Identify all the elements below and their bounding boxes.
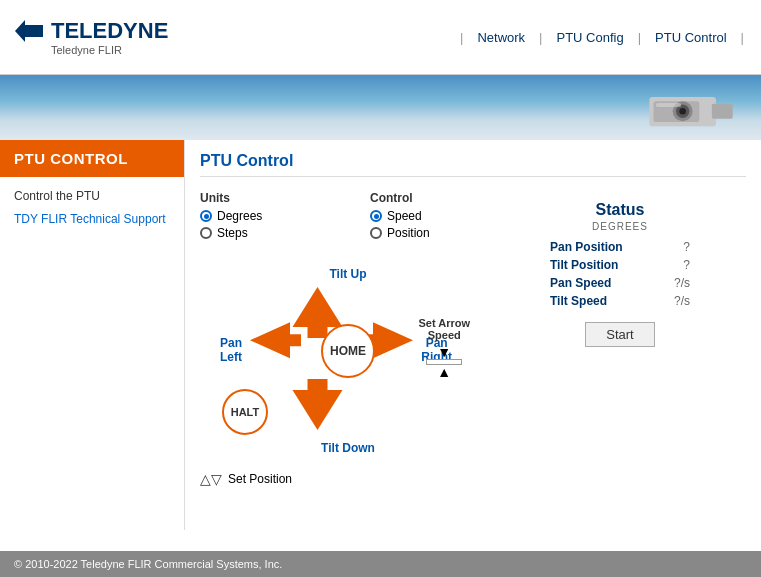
position-radio[interactable]	[370, 227, 382, 239]
units-control-row: Units Degrees Steps Control	[200, 191, 540, 243]
logo: TELEDYNE	[15, 18, 168, 44]
nav: | Network | PTU Config | PTU Control |	[458, 30, 746, 45]
units-section: Units Degrees Steps	[200, 191, 290, 243]
pan-speed-key: Pan Speed	[550, 276, 611, 290]
home-button[interactable]: HOME	[321, 324, 375, 378]
content-wrapper: PTU CONTROL Control the PTU TDY FLIR Tec…	[0, 140, 761, 530]
speed-up-arrow[interactable]: ▼	[437, 345, 451, 359]
degrees-radio[interactable]	[200, 210, 212, 222]
nav-ptu-config[interactable]: PTU Config	[544, 30, 635, 45]
set-position-bar: △▽ Set Position	[200, 471, 292, 487]
pan-position-val: ?	[683, 240, 690, 254]
left-panel: Units Degrees Steps Control	[200, 191, 540, 487]
speed-radio-row: Speed	[370, 209, 460, 223]
svg-marker-11	[293, 379, 343, 430]
tilt-speed-val: ?/s	[674, 294, 690, 308]
svg-point-5	[679, 108, 686, 115]
tilt-down-label: Tilt Down	[321, 441, 375, 455]
speed-label: Speed	[387, 209, 422, 223]
steps-label: Steps	[217, 226, 248, 240]
status-title: Status	[550, 201, 690, 219]
nav-sep-4: |	[741, 30, 744, 45]
sidebar-link-control[interactable]: Control the PTU	[14, 189, 170, 203]
degrees-radio-row: Degrees	[200, 209, 290, 223]
svg-marker-0	[15, 20, 43, 42]
sidebar: PTU CONTROL Control the PTU TDY FLIR Tec…	[0, 140, 185, 530]
set-arrow-speed: Set ArrowSpeed ▼ ▲	[418, 317, 470, 379]
teledyne-logo-icon	[15, 20, 43, 42]
sidebar-link-support[interactable]: TDY FLIR Technical Support	[14, 212, 166, 226]
brand-name: TELEDYNE	[51, 18, 168, 44]
header: TELEDYNE Teledyne FLIR | Network | PTU C…	[0, 0, 761, 75]
tilt-position-val: ?	[683, 258, 690, 272]
tilt-down-button[interactable]	[291, 377, 346, 435]
pan-speed-row: Pan Speed ?/s	[550, 276, 690, 290]
sidebar-title: PTU CONTROL	[0, 140, 184, 177]
degrees-label: Degrees	[217, 209, 262, 223]
tilt-speed-key: Tilt Speed	[550, 294, 607, 308]
tilt-up-label: Tilt Up	[329, 267, 366, 281]
steps-radio[interactable]	[200, 227, 212, 239]
speed-spinner: ▼ ▲	[418, 345, 470, 379]
start-button[interactable]: Start	[585, 322, 654, 347]
steps-radio-row: Steps	[200, 226, 290, 240]
halt-label: HALT	[231, 406, 260, 418]
camera-image	[641, 80, 741, 135]
nav-network[interactable]: Network	[465, 30, 537, 45]
control-label: Control	[370, 191, 460, 205]
pan-left-label: Pan Left	[220, 336, 242, 365]
page-title: PTU Control	[200, 152, 746, 177]
svg-marker-9	[250, 322, 301, 358]
svg-rect-7	[656, 103, 681, 107]
footer: © 2010-2022 Teledyne FLIR Commercial Sys…	[0, 551, 761, 577]
pan-position-key: Pan Position	[550, 240, 623, 254]
dpad-area: Tilt Up Pan Left	[200, 263, 520, 463]
status-degrees-label: DEGREES	[550, 221, 690, 232]
main-content: PTU Control Units Degrees Steps	[185, 140, 761, 530]
pan-speed-val: ?/s	[674, 276, 690, 290]
position-radio-row: Position	[370, 226, 460, 240]
tagline: Teledyne FLIR	[51, 44, 168, 56]
set-position-label: Set Position	[228, 472, 292, 486]
speed-down-arrow[interactable]: ▲	[437, 365, 451, 379]
position-arrows-icon: △▽	[200, 471, 222, 487]
speed-radio[interactable]	[370, 210, 382, 222]
pan-position-row: Pan Position ?	[550, 240, 690, 254]
svg-rect-6	[712, 104, 733, 119]
banner	[0, 75, 761, 140]
tilt-speed-row: Tilt Speed ?/s	[550, 294, 690, 308]
tilt-position-row: Tilt Position ?	[550, 258, 690, 272]
nav-ptu-control[interactable]: PTU Control	[643, 30, 739, 45]
tilt-position-key: Tilt Position	[550, 258, 618, 272]
set-arrow-speed-label: Set ArrowSpeed	[418, 317, 470, 341]
nav-sep-3: |	[638, 30, 641, 45]
ptu-layout: Units Degrees Steps Control	[200, 191, 746, 487]
nav-sep-1: |	[460, 30, 463, 45]
units-label: Units	[200, 191, 290, 205]
control-section: Control Speed Position	[370, 191, 460, 243]
sidebar-links: Control the PTU TDY FLIR Technical Suppo…	[0, 177, 184, 238]
nav-sep-2: |	[539, 30, 542, 45]
status-panel: Status DEGREES Pan Position ? Tilt Posit…	[550, 191, 690, 347]
home-label: HOME	[330, 344, 366, 358]
halt-button[interactable]: HALT	[222, 389, 268, 435]
position-label: Position	[387, 226, 430, 240]
logo-area: TELEDYNE Teledyne FLIR	[15, 18, 168, 56]
footer-text: © 2010-2022 Teledyne FLIR Commercial Sys…	[14, 558, 282, 570]
pan-left-button[interactable]	[248, 320, 303, 363]
